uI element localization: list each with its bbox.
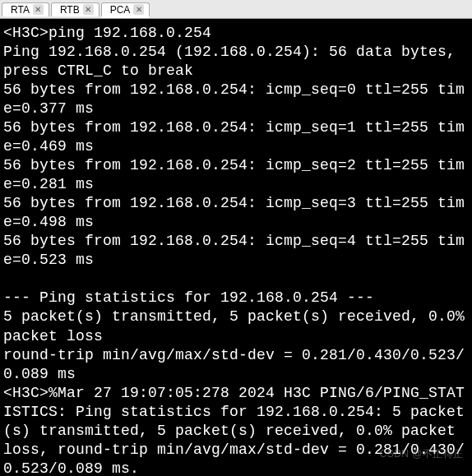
tab-pca[interactable]: PCA ✕ — [101, 2, 150, 16]
close-icon[interactable]: ✕ — [133, 4, 144, 15]
tab-label: RTA — [11, 4, 30, 16]
log-line: <H3C>%Mar 27 19:07:05:278 2024 H3C PING/… — [3, 385, 465, 476]
ping-reply: 56 bytes from 192.168.0.254: icmp_seq=2 … — [3, 157, 465, 192]
close-icon[interactable]: ✕ — [83, 4, 94, 15]
ping-reply: 56 bytes from 192.168.0.254: icmp_seq=3 … — [3, 195, 465, 230]
terminal-output[interactable]: <H3C>ping 192.168.0.254 Ping 192.168.0.2… — [0, 19, 472, 476]
watermark: CSDN @不正得正 — [379, 447, 464, 461]
tab-label: PCA — [110, 4, 131, 16]
tab-bar: RTA ✕ RTB ✕ PCA ✕ — [0, 0, 472, 19]
prompt: <H3C> — [3, 25, 49, 41]
ping-reply: 56 bytes from 192.168.0.254: icmp_seq=1 … — [3, 119, 465, 155]
tab-label: RTB — [60, 4, 80, 16]
ping-reply: 56 bytes from 192.168.0.254: icmp_seq=0 … — [3, 81, 465, 117]
ping-header: Ping 192.168.0.254 (192.168.0.254): 56 d… — [3, 44, 465, 79]
stats-divider: --- Ping statistics for 192.168.0.254 --… — [3, 289, 374, 306]
tab-rtb[interactable]: RTB ✕ — [51, 2, 99, 16]
ping-reply: 56 bytes from 192.168.0.254: icmp_seq=4 … — [3, 233, 465, 268]
stats-rtt: round-trip min/avg/max/std-dev = 0.281/0… — [3, 347, 465, 382]
close-icon[interactable]: ✕ — [33, 4, 44, 15]
tab-rta[interactable]: RTA ✕ — [2, 2, 49, 16]
stats-packets: 5 packet(s) transmitted, 5 packet(s) rec… — [3, 308, 472, 344]
command-text: ping 192.168.0.254 — [49, 25, 211, 41]
